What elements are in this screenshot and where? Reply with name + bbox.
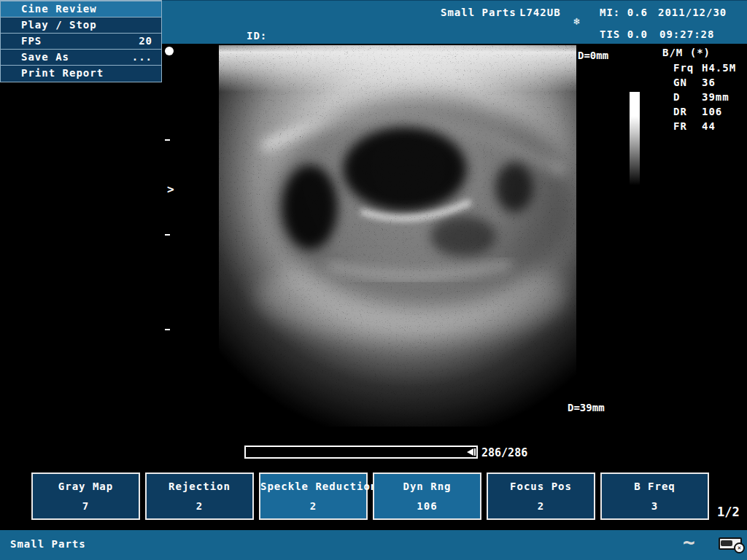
menu-item-label: Save As [21,50,69,65]
softkey-gray-map[interactable]: Gray Map 7 [31,472,140,520]
date: 2011/12/30 [658,7,727,18]
cine-context-menu: Cine Review Play / Stop FPS 20 Save As .… [0,0,162,82]
softkey-label: Speckle Reduction [260,481,366,492]
menu-item-label: Print Report [21,66,104,82]
param-label: Frq [673,62,694,74]
depth-start-label: D=0mm [578,50,608,61]
mi-value: MI: 0.6 [600,7,648,18]
softkey-label: Gray Map [33,481,139,492]
patient-id-label: ID: [247,30,267,42]
menu-item-label: FPS [21,34,42,49]
cine-progress-bar[interactable] [244,446,478,459]
param-label: DR [673,106,687,117]
cine-frame-arrow-icon[interactable] [467,448,473,456]
depth-tick [165,139,170,141]
probe-orientation-dot-marker [165,47,174,55]
param-row-gn: GN 36 [673,77,746,88]
param-value: 36 [702,77,716,88]
param-value: 39mm [702,91,729,103]
softkey-value: 3 [602,500,708,512]
menu-item-fps[interactable]: FPS 20 [1,34,161,50]
menu-item-save-as[interactable]: Save As ... [1,50,161,66]
tilde-icon: ∼ [683,530,695,554]
menu-item-label: Play / Stop [21,18,97,33]
menu-item-value: 20 [139,34,152,49]
freeze-snowflake-icon: ❄ [573,9,580,34]
printer-slot-icon [721,540,732,546]
focus-position-marker[interactable]: > [167,182,174,196]
softkey-label: Dyn Rng [374,481,480,492]
param-value: H4.5M [702,62,736,74]
cine-frame-counter: 286/286 [481,446,527,459]
softkey-value: 7 [33,500,139,512]
depth-tick [165,234,170,236]
depth-end-label: D=39mm [568,402,605,413]
softkey-row: Gray Map 7 Rejection 2 Speckle Reduction… [31,472,709,520]
softkey-focus-pos[interactable]: Focus Pos 2 [487,472,595,520]
softkey-value: 2 [488,500,594,512]
menu-item-play-stop[interactable]: Play / Stop [1,18,161,34]
param-value: 106 [702,106,722,117]
cine-frame-arrow-bar [474,448,476,456]
softkey-label: Focus Pos [488,481,594,492]
preset-name: Small Parts [441,7,516,18]
softkey-b-freq[interactable]: B Freq 3 [600,472,709,520]
softkey-page-indicator: 1/2 [717,505,740,519]
time: 09:27:28 [659,28,714,40]
mode-indicator: B/M (*) [662,47,711,58]
param-value: 44 [702,120,716,132]
param-row-depth: D 39mm [673,91,746,103]
probe-model: L742UB [519,7,561,18]
menu-item-value: ... [132,50,152,65]
param-label: D [673,91,680,103]
softkey-dyn-rng[interactable]: Dyn Rng 106 [373,472,481,520]
param-row-fr: FR 44 [673,120,746,132]
depth-tick [165,329,170,330]
softkey-label: Rejection [147,481,252,492]
softkey-value: 2 [260,500,366,512]
ultrasound-image [219,45,576,427]
status-preset-name: Small Parts [10,538,86,550]
softkey-label: B Freq [602,481,708,492]
softkey-speckle-reduction[interactable]: Speckle Reduction 2 [259,472,368,520]
menu-item-print-report[interactable]: Print Report [1,66,161,82]
menu-item-cine-review[interactable]: Cine Review [1,1,161,18]
grayscale-reference-bar [630,92,640,185]
tis-value: TIS 0.0 [600,28,648,40]
softkey-rejection[interactable]: Rejection 2 [145,472,254,520]
status-bar: Small Parts ∼ ✕ [0,530,747,560]
softkey-value: 106 [374,500,480,512]
menu-item-label: Cine Review [21,1,97,17]
param-label: GN [673,77,687,88]
param-label: FR [673,120,687,132]
device-error-x-icon: ✕ [734,542,745,553]
printer-disconnected-icon[interactable]: ✕ [719,537,743,551]
param-row-frq: Frq H4.5M [673,62,746,74]
param-row-dr: DR 106 [673,106,746,117]
ultrasound-render [219,45,576,427]
softkey-value: 2 [147,500,252,512]
